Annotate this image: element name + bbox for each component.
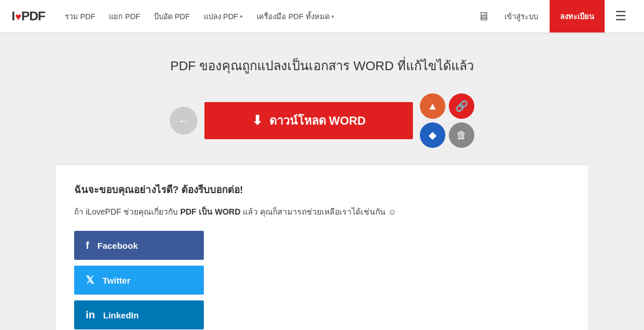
main-content: PDF ของคุณถูกแปลงเป็นเอกสาร WORD ที่แก้ไ…	[0, 32, 644, 330]
share-card: ฉันจะขอบคุณอย่างไรดี? ต้องรีบบอกต่อ! ถ้า…	[56, 165, 588, 330]
linkedin-label: LinkedIn	[103, 310, 139, 320]
monitor-icon: 🖥	[478, 10, 489, 23]
trash-icon: 🗑	[456, 129, 467, 142]
logo-text: I♥PDF	[12, 9, 45, 24]
link-button[interactable]: 🔗	[449, 93, 474, 119]
upload-cloud-icon: ▲	[427, 100, 438, 113]
card-title: ฉันจะขอบคุณอย่างไรดี? ต้องรีบบอกต่อ!	[74, 182, 570, 197]
linkedin-share-button[interactable]: in LinkedIn	[74, 300, 204, 329]
login-button[interactable]: เข้าสู่ระบบ	[497, 7, 545, 26]
nav-links: รวม PDF แยก PDF บีบอัด PDF แปลง PDF ▾ เค…	[59, 7, 474, 26]
twitter-icon: 𝕏	[86, 274, 94, 287]
icon-row-bottom: ◆ 🗑	[420, 122, 474, 148]
back-button[interactable]: ←	[170, 107, 197, 135]
download-label: ดาวน์โหลด WORD	[269, 111, 366, 130]
card-desc-part2: แล้ว คุณก็สามารถช่วยเหลือเราได้เช่นกัน ☺	[240, 207, 396, 216]
facebook-share-button[interactable]: f Facebook	[74, 231, 204, 260]
monitor-icon-button[interactable]: 🖥	[474, 6, 493, 27]
dropbox-icon: ◆	[429, 129, 437, 142]
facebook-icon: f	[86, 240, 89, 252]
card-desc-bold: PDF เป็น WORD	[180, 207, 240, 216]
convert-chevron-icon: ▾	[240, 13, 243, 20]
card-desc-part1: ถ้า iLovePDF ช่วยคุณเกี่ยวกับ	[74, 207, 180, 216]
hamburger-icon: ☰	[615, 9, 627, 23]
facebook-label: Facebook	[97, 241, 138, 251]
register-button[interactable]: ลงทะเบียน	[550, 0, 605, 32]
nav-link-split[interactable]: แยก PDF	[103, 7, 146, 26]
card-description: ถ้า iLovePDF ช่วยคุณเกี่ยวกับ PDF เป็น W…	[74, 205, 570, 218]
dropbox-button[interactable]: ◆	[420, 122, 445, 148]
linkedin-icon: in	[86, 309, 95, 321]
tools-chevron-icon: ▾	[331, 13, 334, 20]
back-arrow-icon: ←	[178, 114, 189, 128]
link-icon: 🔗	[455, 100, 468, 113]
page-title: PDF ของคุณถูกแปลงเป็นเอกสาร WORD ที่แก้ไ…	[170, 56, 474, 76]
icon-row-top: ▲ 🔗	[420, 93, 474, 119]
nav-link-convert[interactable]: แปลง PDF ▾	[198, 7, 249, 26]
nav-right: 🖥 เข้าสู่ระบบ ลงทะเบียน ☰	[474, 0, 632, 32]
hamburger-button[interactable]: ☰	[609, 5, 632, 27]
upload-cloud-button[interactable]: ▲	[420, 93, 445, 119]
delete-button[interactable]: 🗑	[449, 122, 474, 148]
download-button[interactable]: ⬇ ดาวน์โหลด WORD	[204, 102, 413, 139]
action-row: ← ⬇ ดาวน์โหลด WORD ▲ 🔗 ◆ 🗑	[170, 93, 474, 148]
logo[interactable]: I♥PDF	[12, 9, 45, 24]
twitter-label: Twitter	[103, 275, 130, 285]
nav-link-compress[interactable]: บีบอัด PDF	[148, 7, 196, 26]
twitter-share-button[interactable]: 𝕏 Twitter	[74, 266, 204, 295]
action-icon-group: ▲ 🔗 ◆ 🗑	[420, 93, 474, 148]
download-icon: ⬇	[252, 113, 262, 128]
nav-link-merge[interactable]: รวม PDF	[59, 7, 101, 26]
nav-link-all-tools[interactable]: เครื่องมือ PDF ทั้งหมด ▾	[251, 7, 339, 26]
navbar: I♥PDF รวม PDF แยก PDF บีบอัด PDF แปลง PD…	[0, 0, 644, 32]
